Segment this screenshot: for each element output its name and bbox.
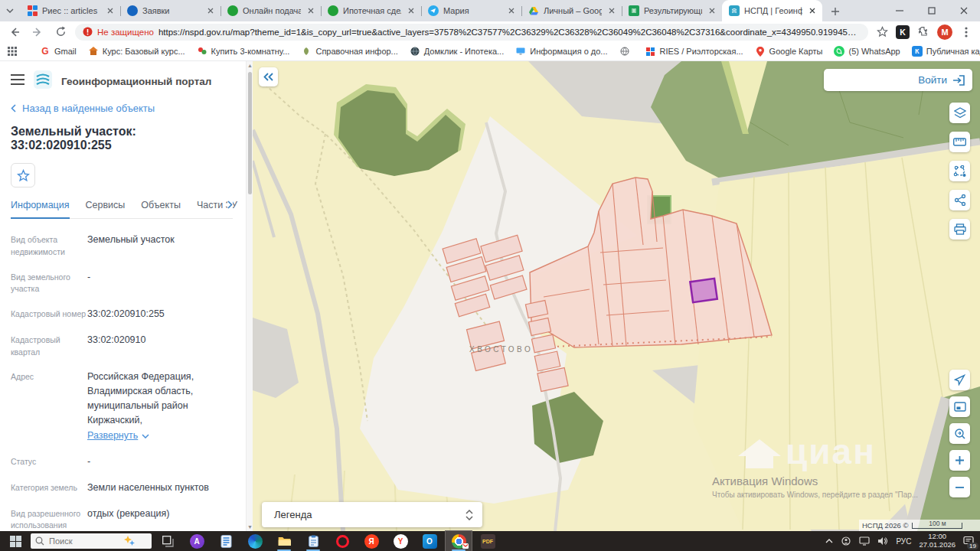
search-input[interactable] <box>49 536 119 546</box>
tab-nspd-active[interactable]: НСПД | Геоинформаци <box>722 0 822 21</box>
taskbar-word[interactable] <box>213 531 239 551</box>
tab-search-button[interactable] <box>0 0 20 21</box>
chevron-down-icon <box>142 434 149 439</box>
bookmark-kupit[interactable]: Купить 3-комнатну... <box>197 46 290 57</box>
clock[interactable]: 12:00 27.01.2026 <box>919 533 956 549</box>
taskbar-search[interactable] <box>31 533 152 549</box>
print-button[interactable] <box>949 219 970 240</box>
tab-ries[interactable]: Риес :: articles <box>20 0 120 21</box>
favorite-button[interactable] <box>11 163 35 187</box>
gmail-icon: G <box>40 46 51 57</box>
bookmark-domclick[interactable]: Домклик - Ипотека... <box>410 46 504 57</box>
layers-button[interactable] <box>949 103 970 123</box>
bookmark-kurs[interactable]: Курс: Базовый курс... <box>88 46 185 57</box>
onedrive-icon[interactable] <box>841 536 851 546</box>
selected-parcel[interactable] <box>690 279 717 302</box>
close-tab-icon[interactable] <box>506 5 517 16</box>
taskbar-outlook[interactable]: O <box>416 531 443 551</box>
search-area-button[interactable] <box>949 423 970 444</box>
tab-information[interactable]: Информация <box>11 200 70 219</box>
close-window-button[interactable] <box>948 0 980 21</box>
legend-dropdown[interactable]: Легенда <box>262 502 482 527</box>
back-link[interactable]: Назад в найденные объекты <box>11 103 233 114</box>
apps-grid-icon[interactable] <box>8 47 17 56</box>
share-button[interactable] <box>949 190 970 210</box>
bookmark-gmail[interactable]: GGmail <box>40 46 77 57</box>
close-tab-icon[interactable] <box>707 5 717 16</box>
tab-online-zayavka[interactable]: Онлайн подача заявки - <box>220 0 321 21</box>
ruler-button[interactable] <box>949 132 970 152</box>
maximize-button[interactable] <box>916 0 948 21</box>
close-tab-icon[interactable] <box>606 5 617 16</box>
chevron-down-icon <box>6 8 14 13</box>
tab-ipoteka[interactable]: Ипотечная сделка, вой <box>321 0 421 21</box>
zayavki-favicon-icon <box>127 5 138 16</box>
bookmark-spravka[interactable]: Справочная инфор... <box>301 46 397 57</box>
minimize-button[interactable] <box>884 0 916 21</box>
hamburger-menu-icon[interactable] <box>11 74 24 88</box>
tab-title: Заявки <box>142 6 201 15</box>
login-button[interactable]: Войти <box>824 69 972 91</box>
tab-maria[interactable]: Мария <box>421 0 521 21</box>
whatsapp-icon <box>834 46 844 57</box>
login-icon <box>952 75 965 86</box>
profile-avatar[interactable]: M <box>937 24 952 40</box>
select-area-button[interactable] <box>949 161 970 181</box>
address-bar[interactable]: Не защищено https://nspd.gov.ru/map?them… <box>75 24 868 41</box>
bookmark-whatsapp[interactable]: (5) WhatsApp <box>834 46 900 57</box>
collapse-panel-button[interactable] <box>259 67 278 86</box>
tab-sheets[interactable]: Результирующие ПОКР <box>622 0 722 21</box>
start-button[interactable] <box>0 531 31 551</box>
bookmark-star-icon[interactable] <box>874 24 890 40</box>
forward-button[interactable] <box>29 24 46 41</box>
bookmark-globe[interactable] <box>619 46 634 57</box>
network-icon[interactable] <box>859 536 870 546</box>
close-tab-icon[interactable] <box>305 5 316 16</box>
taskbar-alice[interactable]: А <box>184 531 210 551</box>
taskbar-explorer[interactable] <box>271 531 297 551</box>
bookmark-info[interactable]: Информация о до... <box>515 46 607 57</box>
ries-favicon-icon <box>27 5 38 16</box>
language-indicator[interactable]: РУС <box>896 537 911 546</box>
back-button[interactable] <box>6 24 23 41</box>
tabs-scroll-right-icon[interactable] <box>227 198 233 212</box>
taskbar-clipboard[interactable] <box>300 531 326 551</box>
tab-zayavki[interactable]: Заявки <box>120 0 220 21</box>
village-label: ХВОСТОВО <box>469 345 533 354</box>
taskbar-yandex-browser[interactable]: Y <box>387 531 413 551</box>
close-tab-icon[interactable] <box>406 5 416 16</box>
map-canvas[interactable]: ХВОСТОВО циан Активация Windows Чтобы ак… <box>253 61 980 531</box>
tab-objects[interactable]: Объекты <box>141 200 181 218</box>
bookmark-kadastr[interactable]: КПубличная кадастр... <box>912 46 980 57</box>
bookmark-gmaps[interactable]: Google Карты <box>755 46 823 57</box>
refresh-button[interactable] <box>52 24 69 41</box>
close-tab-icon[interactable] <box>105 5 116 16</box>
clipboard-icon <box>309 535 318 547</box>
extension-k-icon[interactable]: K <box>896 25 910 39</box>
taskbar-pdf[interactable]: PDF <box>475 531 501 551</box>
panel-scrollbar[interactable]: ▲ ▼ <box>246 61 253 531</box>
tab-services[interactable]: Сервисы <box>86 200 126 218</box>
taskbar-opera[interactable] <box>329 531 355 551</box>
extensions-puzzle-icon[interactable] <box>916 24 931 40</box>
volume-icon[interactable] <box>877 536 888 546</box>
taskbar-yandex[interactable]: Я <box>358 531 384 551</box>
new-tab-button[interactable] <box>825 2 845 21</box>
scrollbar-thumb[interactable] <box>248 72 252 194</box>
taskbar-edge[interactable] <box>242 531 268 551</box>
tab-gdrive[interactable]: Личный – Google Диск <box>521 0 622 21</box>
window-controls <box>884 0 980 21</box>
notification-center[interactable]: 19 <box>963 536 974 547</box>
close-tab-icon[interactable] <box>807 5 818 16</box>
minimap-button[interactable] <box>949 396 970 417</box>
zoom-in-button[interactable] <box>949 450 970 471</box>
bookmark-ries[interactable]: RIES / Риэлторская... <box>645 46 743 57</box>
tray-expand-icon[interactable] <box>825 539 833 543</box>
taskbar-chrome-active[interactable] <box>446 531 472 551</box>
locate-me-button[interactable] <box>949 370 970 390</box>
browser-menu-icon[interactable] <box>959 24 974 40</box>
close-tab-icon[interactable] <box>205 5 216 16</box>
zoom-out-button[interactable] <box>949 477 970 497</box>
task-view-button[interactable] <box>155 531 181 551</box>
expand-address-link[interactable]: Развернуть <box>87 429 149 443</box>
